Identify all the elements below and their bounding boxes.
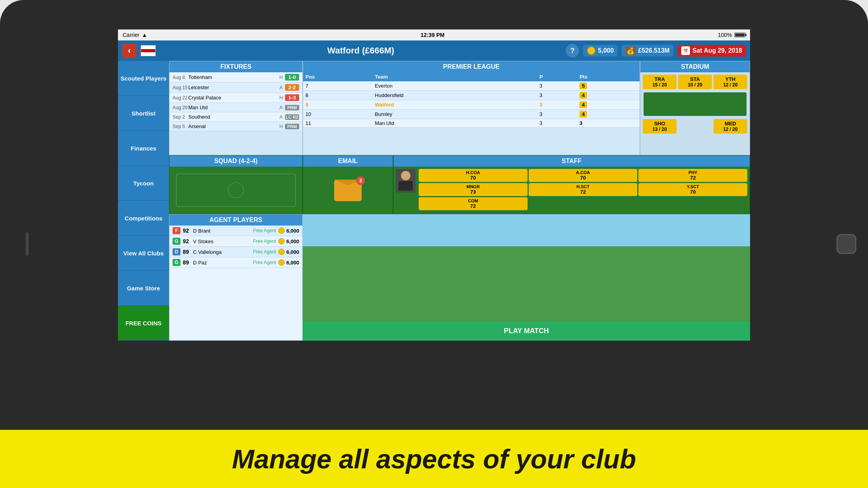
staff-hcoa[interactable]: H.COA 70 xyxy=(419,169,528,182)
email-badge: 3 xyxy=(356,176,365,185)
agent-row-2[interactable]: G 92 V Stokes Free Agent 6,000 xyxy=(169,236,302,247)
stadium-pitch xyxy=(644,92,747,116)
league-panel: PREMIER LEAGUE Pos Team P Pts xyxy=(303,61,640,155)
fixture-row-4[interactable]: Aug 29 Man Utd A PRM xyxy=(169,103,302,112)
tablet-screen: Carrier ▲ 12:39 PM 100% ‹ Watford (£666M… xyxy=(118,29,750,341)
pos-badge-g2: G xyxy=(173,259,180,266)
stand-sta: STA 10 / 20 xyxy=(678,75,712,89)
calendar-icon: 📅 xyxy=(681,46,690,55)
field-lines xyxy=(176,174,296,207)
battery-icon xyxy=(734,33,745,37)
stadium-grid-2: SHO 13 / 20 MED 12 / 20 xyxy=(640,117,750,136)
staff-mngr[interactable]: MNGR 73 xyxy=(419,183,528,196)
bottom-row: AGENT PLAYERS F 92 D Brant Free Agent 6,… xyxy=(169,214,750,341)
stadium-grid: TRA 15 / 20 STA 10 / 20 YTH 12 / 20 xyxy=(640,72,750,92)
email-body[interactable]: 3 xyxy=(303,167,393,214)
back-arrow-icon: ‹ xyxy=(128,46,131,56)
status-right: 100% xyxy=(718,32,745,38)
score-badge: 2-2 xyxy=(285,84,299,91)
back-button[interactable]: ‹ xyxy=(122,43,137,58)
team-name: Watford (£666M) xyxy=(160,46,562,56)
staff-hsct[interactable]: H.SCT 72 xyxy=(529,183,638,196)
stadium-panel: STADIUM TRA 15 / 20 STA 10 / 20 xyxy=(640,61,750,155)
email-envelope-icon[interactable]: 3 xyxy=(334,180,362,201)
agent-row-1[interactable]: F 92 D Brant Free Agent 6,000 xyxy=(169,226,302,236)
email-panel: EMAIL 3 xyxy=(303,155,393,214)
sidebar-item-tycoon[interactable]: Tycoon xyxy=(118,166,169,201)
fixture-row-5[interactable]: Sep 2 Southend A LC R2 xyxy=(169,112,302,122)
date-value: Sat Aug 29, 2018 xyxy=(692,47,742,54)
sidebar-item-shortlist[interactable]: Shortlist xyxy=(118,96,169,131)
fixture-row-1[interactable]: Aug 8 Tottenham H 1-0 xyxy=(169,72,302,83)
score-badge: PRM xyxy=(285,124,299,129)
battery-text: 100% xyxy=(718,32,732,38)
avatar-body xyxy=(399,181,413,191)
sidebar-item-finances[interactable]: Finances xyxy=(118,131,169,166)
money-icon: 💰 xyxy=(625,46,636,55)
score-badge: 1-0 xyxy=(285,74,299,81)
table-row[interactable]: 8 Huddersfield 3 4 xyxy=(303,91,640,100)
sidebar: Scouted Players Shortlist Finances Tycoo… xyxy=(118,61,169,341)
squad-field[interactable] xyxy=(169,167,302,214)
agent-coin-icon xyxy=(278,227,285,234)
stand-empty xyxy=(678,119,712,134)
status-left: Carrier ▲ xyxy=(123,32,147,38)
staff-body: H.COA 70 A.COA 70 PHY 72 xyxy=(394,167,750,213)
staff-com[interactable]: COM 72 xyxy=(419,197,528,210)
stand-yth: YTH 12 / 20 xyxy=(714,75,747,89)
col-p: P xyxy=(537,72,577,81)
pos-badge-f: F xyxy=(173,227,180,234)
fixture-row-3[interactable]: Aug 22 Crystal Palace H 1-3 xyxy=(169,93,302,103)
table-row[interactable]: 7 Everton 3 5 xyxy=(303,81,640,91)
table-row[interactable]: 11 Man Utd 3 3 xyxy=(303,119,640,128)
top-header: ‹ Watford (£666M) ? 5,000 💰 £526.513M 📅 … xyxy=(118,40,750,61)
staff-acoa[interactable]: A.COA 70 xyxy=(529,169,638,182)
staff-phy[interactable]: PHY 72 xyxy=(638,169,747,182)
stand-tra: TRA 15 / 20 xyxy=(643,75,677,89)
sidebar-item-competitions[interactable]: Competitions xyxy=(118,201,169,236)
sidebar-item-scouted-players[interactable]: Scouted Players xyxy=(118,61,169,96)
sidebar-item-view-all-clubs[interactable]: View All Clubs xyxy=(118,236,169,271)
coins-value: 5,000 xyxy=(598,47,614,54)
fixture-row-6[interactable]: Sep 5 Arsenal H PRM xyxy=(169,122,302,131)
coin-icon xyxy=(587,46,596,55)
staff-grid: H.COA 70 A.COA 70 PHY 72 xyxy=(419,169,747,210)
content-area: FIXTURES Aug 8 Tottenham H 1-0 Aug 15 Le… xyxy=(169,61,750,341)
agents-header: AGENT PLAYERS xyxy=(169,215,302,226)
agent-row-3[interactable]: D 89 C Vallelonga Free Agent 6,000 xyxy=(169,247,302,257)
play-match-button[interactable]: PLAY MATCH xyxy=(303,321,750,341)
volume-button xyxy=(26,232,29,256)
league-table: Pos Team P Pts 7 Everton 3 xyxy=(303,72,640,128)
right-panels: PLAY MATCH xyxy=(303,214,750,341)
status-bar: Carrier ▲ 12:39 PM 100% xyxy=(118,29,750,40)
pos-badge-g: G xyxy=(173,238,180,245)
score-badge: 1-3 xyxy=(285,94,299,101)
fixtures-panel: FIXTURES Aug 8 Tottenham H 1-0 Aug 15 Le… xyxy=(169,61,303,155)
squad-panel: SQUAD (4-2-4) xyxy=(169,155,303,214)
field-center xyxy=(228,182,244,198)
manager-avatar xyxy=(396,169,416,193)
agent-coin-icon xyxy=(278,238,285,244)
col-pts: Pts xyxy=(577,72,640,81)
fixtures-header: FIXTURES xyxy=(169,61,302,72)
wifi-icon: ▲ xyxy=(142,32,147,38)
staff-ysct[interactable]: Y.SCT 70 xyxy=(638,183,747,196)
sidebar-item-game-store[interactable]: Game Store xyxy=(118,271,169,306)
pos-badge-d: D xyxy=(173,248,180,255)
money-area: 💰 £526.513M xyxy=(622,45,673,57)
stand-sho: SHO 13 / 20 xyxy=(643,119,677,134)
squad-header: SQUAD (4-2-4) xyxy=(169,156,302,167)
agent-row-4[interactable]: G 89 D Paz Free Agent 6,000 xyxy=(169,257,302,268)
staff-header: STAFF xyxy=(394,156,750,167)
yellow-banner: Manage all aspects of your club xyxy=(0,430,868,488)
staff-panel: STAFF H.COA 70 xyxy=(393,155,750,214)
fixture-row-2[interactable]: Aug 15 Leicester A 2-2 xyxy=(169,83,302,93)
home-button[interactable] xyxy=(837,234,856,254)
table-row[interactable]: 10 Burnley 3 4 xyxy=(303,110,640,119)
avatar-head xyxy=(401,171,410,180)
team-flag-icon xyxy=(141,45,156,56)
sidebar-item-free-coins[interactable]: FREE COINS xyxy=(118,306,169,341)
coins-area: 5,000 xyxy=(583,45,618,57)
help-button[interactable]: ? xyxy=(566,44,579,57)
table-row-watford[interactable]: 9 Watford 3 4 xyxy=(303,100,640,110)
